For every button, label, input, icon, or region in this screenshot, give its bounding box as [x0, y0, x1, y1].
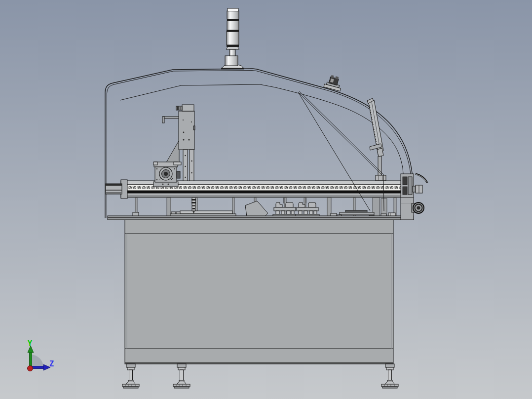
beam-fitting [376, 175, 386, 181]
z-axis-label: Z [49, 359, 54, 368]
conveyor-stub[interactable] [106, 184, 122, 194]
machine-table[interactable] [108, 216, 414, 220]
round-knob[interactable] [412, 202, 424, 213]
square-connector[interactable] [413, 185, 422, 193]
x-axis-ball [28, 366, 33, 371]
y-axis-label: Y [28, 339, 32, 348]
rotary-actuator-carriage[interactable] [153, 162, 181, 187]
base-cabinet[interactable] [125, 219, 393, 364]
right-side-panel[interactable] [401, 174, 414, 220]
cad-viewport[interactable]: Y Z [0, 0, 532, 399]
